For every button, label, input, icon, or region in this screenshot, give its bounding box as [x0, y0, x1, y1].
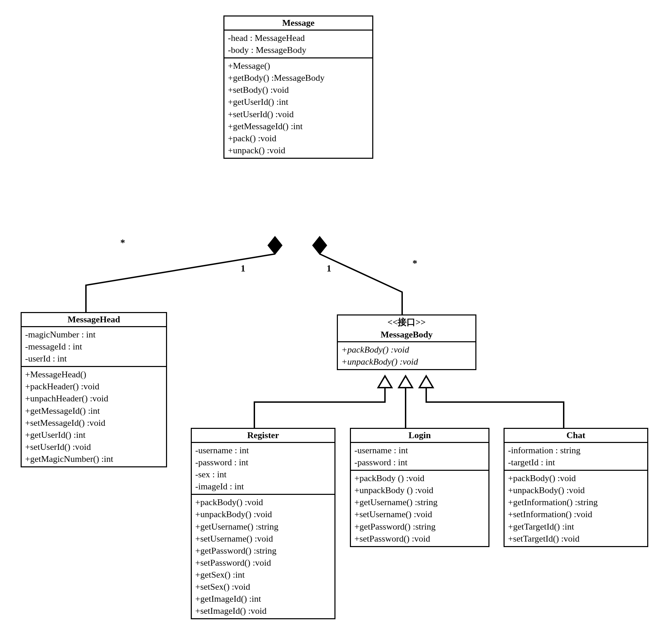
class-title: Login [351, 429, 488, 443]
operations-section: +Message() +getBody() :MessageBody +setB… [224, 58, 372, 158]
operation: +unpackBody() :void [508, 484, 644, 496]
attribute: -sex : int [195, 468, 331, 480]
attributes-section: -username : int -password : int [351, 443, 488, 471]
operation: +setUserId() :void [25, 441, 163, 453]
operations-section: +MessageHead() +packHeader() :void +unpa… [22, 367, 166, 466]
svg-marker-4 [419, 376, 433, 388]
operation: +getTargetId() :int [508, 521, 644, 533]
operation: +unpackBody() :void [341, 356, 472, 368]
operation: +pack() :void [228, 132, 369, 144]
operations-section: +packBody () :void +unpackBody () :void … [351, 471, 488, 546]
operation: +getMessageId() :int [228, 120, 369, 132]
operation: +getImageId() :int [195, 593, 331, 605]
attribute: -head : MessageHead [228, 32, 369, 44]
attribute: -password : int [354, 456, 485, 468]
operation: +packHeader() :void [25, 380, 163, 392]
multiplicity-head-star: * [120, 237, 125, 248]
operation: +setBody() :void [228, 84, 369, 96]
operation: +packBody() :void [195, 496, 331, 508]
multiplicity-body-one: 1 [327, 263, 331, 274]
operation: +getUserId() :int [228, 96, 369, 108]
operation: +getUsername() :string [195, 521, 331, 533]
uml-class-diagram: * 1 1 * Message -head : MessageHead -bod… [7, 7, 651, 644]
operation: +getSex() :int [195, 569, 331, 581]
operation: +setPassword() :void [195, 557, 331, 569]
class-message-body: <<接口>> MessageBody +packBody() :void +un… [337, 314, 476, 370]
attributes-section: -information : string -targetId : int [505, 443, 647, 471]
svg-marker-0 [268, 237, 282, 254]
operation: +setSex() :void [195, 581, 331, 593]
class-title: Chat [505, 429, 647, 443]
attributes-section: -magicNumber : int -messageId : int -use… [22, 327, 166, 367]
operation: +packBody() :void [508, 472, 644, 484]
attribute: -password : int [195, 456, 331, 468]
svg-marker-2 [378, 376, 392, 388]
operation: +getMessageId() :int [25, 405, 163, 417]
class-message: Message -head : MessageHead -body : Mess… [223, 15, 373, 159]
attribute: -targetId : int [508, 456, 644, 468]
attribute: -messageId : int [25, 341, 163, 353]
operation: +setUsername() :void [195, 533, 331, 545]
svg-marker-1 [313, 237, 327, 254]
operation: +getUserId() :int [25, 429, 163, 441]
class-title: MessageBody [338, 328, 475, 342]
class-title: MessageHead [22, 313, 166, 327]
attribute: -body : MessageBody [228, 44, 369, 56]
operation: +setTargetId() :void [508, 533, 644, 545]
operation: +setImageId() :void [195, 605, 331, 617]
attribute: -information : string [508, 444, 644, 456]
multiplicity-head-one: 1 [241, 263, 245, 274]
svg-marker-3 [399, 376, 412, 388]
operation: +unpachHeader() :void [25, 392, 163, 404]
operation: +unpack() :void [228, 144, 369, 156]
operation: +getUsername() :string [354, 496, 485, 508]
operation: +getBody() :MessageBody [228, 72, 369, 84]
stereotype: <<接口>> [338, 315, 475, 328]
attribute: -username : int [354, 444, 485, 456]
operation: +setUsername() :void [354, 508, 485, 520]
operation: +setMessageId() :void [25, 417, 163, 429]
class-message-head: MessageHead -magicNumber : int -messageI… [21, 312, 167, 467]
operation: +getInformation() :string [508, 496, 644, 508]
class-chat: Chat -information : string -targetId : i… [504, 428, 648, 547]
multiplicity-body-star: * [412, 258, 417, 269]
attributes-section: -head : MessageHead -body : MessageBody [224, 31, 372, 58]
attribute: -userId : int [25, 353, 163, 365]
attribute: -username : int [195, 444, 331, 456]
operation: +MessageHead() [25, 368, 163, 380]
operations-section: +packBody() :void +unpackBody() :void [338, 342, 475, 369]
class-title: Message [224, 16, 372, 31]
operation: +setPassword() :void [354, 533, 485, 545]
class-register: Register -username : int -password : int… [191, 428, 335, 619]
attributes-section: -username : int -password : int -sex : i… [192, 443, 334, 495]
operation: +unpackBody() :void [195, 508, 331, 520]
class-login: Login -username : int -password : int +p… [350, 428, 489, 547]
operation: +getPassword() :string [195, 545, 331, 557]
operation: +packBody() :void [341, 344, 472, 356]
operation: +getMagicNumber() :int [25, 453, 163, 465]
operations-section: +packBody() :void +unpackBody() :void +g… [192, 495, 334, 618]
operation: +Message() [228, 60, 369, 72]
operation: +unpackBody () :void [354, 484, 485, 496]
operations-section: +packBody() :void +unpackBody() :void +g… [505, 471, 647, 546]
operation: +getPassword() :string [354, 521, 485, 533]
operation: +setUserId() :void [228, 108, 369, 120]
class-title: Register [192, 429, 334, 443]
operation: +packBody () :void [354, 472, 485, 484]
operation: +setInformation() :void [508, 508, 644, 520]
attribute: -magicNumber : int [25, 329, 163, 341]
attribute: -imageId : int [195, 480, 331, 492]
